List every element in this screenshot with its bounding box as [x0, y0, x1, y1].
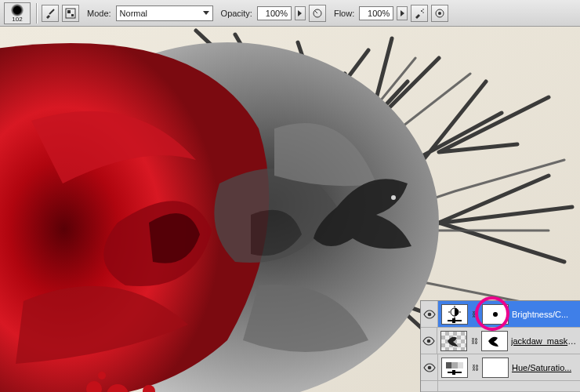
blend-mode-dropdown[interactable]: Normal [116, 5, 213, 21]
svg-point-25 [427, 339, 431, 343]
pressure-for-opacity-button[interactable] [309, 5, 326, 22]
svg-rect-2 [71, 14, 74, 16]
layer-row-jackdaw[interactable]: jackdaw_masked_... [421, 328, 580, 354]
eye-icon [423, 363, 436, 372]
options-bar: 102 Mode: Normal Opacity: 100% Flow: 100… [0, 0, 580, 27]
hue-saturation-icon [443, 359, 466, 376]
svg-rect-1 [67, 10, 71, 13]
layer-row-hue[interactable]: Hue/Saturatio... [421, 354, 580, 381]
layer-row-brightness[interactable]: Brightness/C... [421, 301, 580, 328]
layers-panel: Brightness/C... jackdaw_masked_... [420, 300, 580, 392]
layer-visibility-toggle[interactable] [421, 354, 438, 380]
opacity-value: 100% [266, 9, 288, 18]
svg-rect-29 [446, 362, 451, 368]
adjustment-thumb[interactable] [441, 358, 468, 378]
mask-content [486, 333, 503, 349]
link-icon[interactable] [471, 364, 479, 372]
flow-label: Flow: [334, 9, 354, 18]
chevron-down-icon [203, 11, 209, 15]
opacity-field[interactable]: 100% [257, 6, 292, 20]
layer-mask-thumb[interactable] [482, 358, 509, 378]
flow-field[interactable]: 100% [359, 6, 393, 20]
eye-icon [423, 310, 436, 319]
layer-name[interactable]: jackdaw_masked_... [511, 336, 577, 346]
adjustment-thumb[interactable] [441, 304, 468, 325]
svg-rect-24 [452, 318, 455, 323]
toggle-brushes-panel-button[interactable] [42, 5, 59, 22]
brush-size-readout: 102 [12, 16, 22, 23]
eye-icon [422, 336, 435, 346]
svg-point-11 [391, 195, 396, 200]
link-icon[interactable] [470, 337, 478, 345]
separator [36, 3, 37, 24]
layer-visibility-toggle[interactable] [421, 381, 438, 391]
svg-rect-30 [458, 362, 463, 368]
blend-mode-value: Normal [120, 9, 147, 18]
bird-icon [445, 333, 462, 349]
svg-point-6 [422, 12, 424, 13]
svg-point-4 [421, 10, 422, 12]
brush-engine-button[interactable] [62, 5, 79, 22]
svg-point-17 [427, 312, 431, 316]
brush-preset-picker[interactable]: 102 [3, 2, 31, 25]
layer-mask-thumb[interactable] [482, 304, 509, 325]
svg-point-27 [427, 365, 431, 369]
opacity-flyout[interactable] [295, 6, 306, 20]
mask-content [493, 312, 498, 317]
svg-point-5 [422, 9, 424, 10]
brightness-contrast-icon [443, 306, 466, 323]
bitmap-thumb[interactable] [440, 331, 467, 351]
opacity-label: Opacity: [221, 9, 252, 18]
link-icon[interactable] [471, 310, 479, 318]
layer-mask-thumb[interactable] [481, 331, 508, 351]
layer-name[interactable]: Brightness/C... [512, 310, 568, 319]
brush-tip-preview [11, 4, 24, 16]
pressure-for-size-button[interactable] [431, 5, 448, 22]
svg-point-8 [438, 12, 441, 15]
layer-visibility-toggle[interactable] [421, 328, 437, 354]
flow-flyout[interactable] [397, 6, 408, 20]
mode-label: Mode: [87, 9, 111, 18]
flow-value: 100% [368, 9, 390, 18]
layer-row-partial[interactable] [421, 381, 580, 392]
svg-point-15 [98, 372, 106, 379]
layer-visibility-toggle[interactable] [421, 301, 438, 327]
airbrush-button[interactable] [411, 5, 428, 22]
layer-name[interactable]: Hue/Saturatio... [512, 363, 571, 372]
svg-rect-32 [452, 370, 455, 375]
